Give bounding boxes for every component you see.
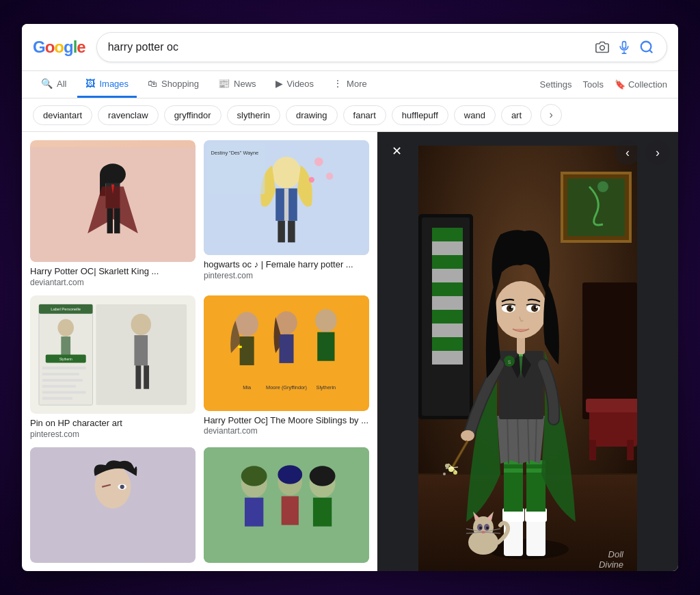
close-icon: ✕ [392, 144, 402, 159]
chip-art[interactable]: art [501, 105, 532, 125]
svg-point-137 [486, 527, 489, 529]
image-result-6[interactable] [204, 447, 369, 566]
camera-icon[interactable] [594, 39, 610, 55]
chip-deviantart[interactable]: deviantart [33, 105, 92, 125]
tab-videos[interactable]: ▶ Videos [267, 71, 323, 98]
svg-point-58 [120, 485, 124, 489]
watermark-line2: Divine [599, 559, 623, 570]
detail-next-button[interactable]: › [645, 140, 670, 165]
chip-drawing[interactable]: drawing [286, 105, 338, 125]
svg-rect-81 [432, 296, 463, 310]
image-result-1[interactable]: Harry Potter OC| Skarlett King ... devia… [30, 140, 196, 287]
result-image-svg-4: Mia Moore (Gryffindor) Slytherin [204, 295, 369, 410]
image-result-3[interactable]: Slytherin Label Personelle [30, 295, 196, 439]
tab-more-label: More [347, 79, 367, 89]
svg-rect-31 [42, 373, 79, 375]
svg-point-49 [315, 309, 337, 332]
detail-prev-button[interactable]: ‹ [615, 140, 640, 165]
svg-rect-79 [432, 269, 463, 282]
svg-rect-78 [432, 255, 463, 269]
svg-rect-65 [282, 497, 299, 525]
svg-rect-50 [317, 332, 334, 361]
main-content: Harry Potter OC| Skarlett King ... devia… [22, 132, 678, 571]
result-title-3: Pin on HP character art [30, 418, 196, 429]
svg-point-69 [310, 466, 336, 486]
chip-slytherin[interactable]: slytherin [227, 105, 280, 125]
result-image-svg-5 [30, 447, 196, 562]
logo-letter-g2: g [64, 38, 73, 56]
slytherin-illustration-svg: S [418, 146, 637, 571]
logo-letter-e: e [77, 38, 85, 56]
svg-point-0 [600, 46, 605, 51]
result-image-svg-3: Slytherin Label Personelle [36, 301, 190, 408]
tab-all-label: All [57, 79, 66, 89]
logo-letter-o2: o [54, 38, 64, 56]
tab-news[interactable]: 📰 News [210, 71, 265, 98]
chip-wand[interactable]: wand [454, 105, 496, 125]
svg-text:Slytherin: Slytherin [59, 358, 72, 362]
svg-rect-11 [107, 208, 113, 233]
tab-shopping[interactable]: 🛍 Shopping [139, 71, 207, 98]
svg-rect-92 [589, 440, 596, 460]
result-image-svg-2: Destiny "Des" Wayne [204, 140, 369, 255]
chip-gryffindor[interactable]: gryffindor [164, 105, 221, 125]
search-bar [96, 32, 667, 62]
svg-text:Mia: Mia [243, 384, 252, 391]
svg-point-130 [511, 306, 513, 308]
tab-images[interactable]: 🖼 Images [77, 71, 137, 98]
result-title-1: Harry Potter OC| Skarlett King ... [30, 266, 196, 278]
images-icon: 🖼 [85, 78, 95, 89]
mic-icon[interactable] [616, 39, 632, 55]
chip-ravenclaw[interactable]: ravenclaw [98, 105, 159, 125]
svg-point-20 [326, 172, 334, 180]
settings-link[interactable]: Settings [540, 79, 572, 90]
google-logo: Google [33, 38, 85, 57]
svg-rect-85 [432, 351, 463, 365]
result-source-4: deviantart.com [204, 426, 369, 436]
svg-rect-91 [586, 399, 637, 412]
thumb-image-2: Destiny "Des" Wayne [204, 140, 369, 255]
collection-link[interactable]: 🔖 Collection [615, 79, 667, 90]
svg-rect-30 [42, 367, 86, 370]
thumb-image-3: Slytherin Label Personelle [30, 295, 196, 414]
thumb-image-5 [30, 447, 196, 562]
search-button[interactable] [638, 38, 656, 56]
nav-tabs: 🔍 All 🖼 Images 🛍 Shopping 📰 News ▶ Video… [22, 71, 678, 98]
result-image-svg-6 [204, 447, 369, 562]
image-result-2[interactable]: Destiny "Des" Wayne hogwarts oc ♪ | Fema… [204, 140, 369, 287]
svg-rect-17 [278, 221, 285, 243]
svg-point-4 [641, 42, 651, 52]
chip-hufflepuff[interactable]: hufflepuff [392, 105, 448, 125]
svg-rect-80 [432, 282, 463, 296]
detail-close-button[interactable]: ✕ [386, 140, 407, 162]
svg-text:Label Personelle: Label Personelle [51, 307, 81, 311]
tab-all[interactable]: 🔍 All [33, 71, 75, 98]
svg-rect-35 [42, 397, 72, 400]
svg-point-67 [241, 466, 267, 486]
svg-rect-83 [432, 323, 463, 337]
svg-rect-34 [42, 391, 86, 394]
tools-link[interactable]: Tools [583, 79, 604, 90]
news-icon: 📰 [218, 78, 230, 89]
svg-rect-40 [134, 335, 148, 365]
image-result-5[interactable] [30, 447, 196, 566]
tab-videos-label: Videos [287, 79, 314, 89]
image-result-4[interactable]: Mia Moore (Gryffindor) Slytherin Harry P… [204, 295, 369, 439]
svg-rect-16 [284, 188, 288, 220]
svg-text:Moore (Gryffindor): Moore (Gryffindor) [266, 384, 307, 391]
svg-text:Destiny "Des" Wayne: Destiny "Des" Wayne [211, 150, 259, 156]
more-icon: ⋮ [333, 78, 342, 89]
svg-rect-18 [288, 221, 295, 243]
svg-rect-64 [245, 498, 263, 527]
chips-next-arrow[interactable]: › [540, 104, 562, 126]
tab-more[interactable]: ⋮ More [325, 71, 375, 98]
search-input[interactable] [108, 41, 589, 53]
videos-icon: ▶ [275, 78, 283, 89]
svg-rect-99 [504, 460, 523, 512]
svg-line-5 [649, 50, 652, 53]
bookmark-icon: 🔖 [615, 79, 625, 90]
all-icon: 🔍 [41, 78, 53, 89]
result-title-4: Harry Potter Oc] The Moore Siblings by .… [204, 415, 369, 427]
chip-fanart[interactable]: fanart [343, 105, 386, 125]
collection-label: Collection [628, 79, 667, 90]
